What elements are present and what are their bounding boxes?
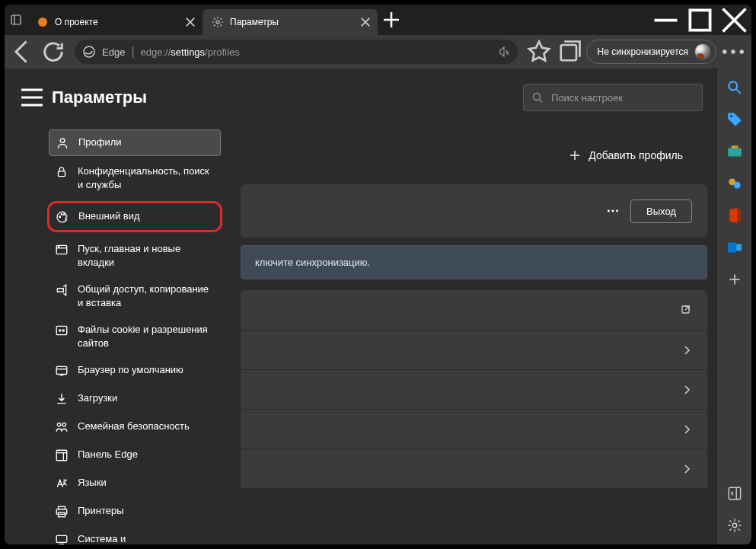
nav-item-system[interactable]: Система и производительность xyxy=(47,525,222,544)
address-label: Edge xyxy=(102,46,125,58)
search-box[interactable] xyxy=(523,84,703,111)
add-profile-button[interactable]: Добавить профиль xyxy=(241,126,707,184)
nav-item-family[interactable]: Семейная безопасность xyxy=(47,413,222,441)
nav-label: Профили xyxy=(78,136,214,149)
svg-point-51 xyxy=(612,210,614,212)
minimize-button[interactable] xyxy=(649,5,683,35)
default-browser-icon xyxy=(55,364,69,378)
nav-label: Браузер по умолчанию xyxy=(78,363,215,377)
address-bar[interactable]: Edge | edge://settings/profiles xyxy=(75,40,518,64)
logout-button[interactable]: Выход xyxy=(630,199,692,223)
start-icon xyxy=(55,243,69,257)
sync-banner: ключите синхронизацию. xyxy=(241,245,707,279)
settings-row[interactable] xyxy=(241,369,707,409)
svg-point-33 xyxy=(59,330,61,331)
appearance-icon xyxy=(56,210,69,224)
svg-rect-25 xyxy=(59,171,65,177)
settings-row[interactable] xyxy=(241,330,707,369)
nav-label: Общий доступ, копирование и вставка xyxy=(78,282,215,309)
nav-label: Принтеры xyxy=(78,504,215,518)
profile-sync-pill[interactable]: Не синхронизируется xyxy=(586,40,716,64)
tab-title: Параметры xyxy=(230,17,353,27)
languages-icon xyxy=(55,477,69,490)
nav-item-edge-bar[interactable]: Панель Edge xyxy=(47,441,222,469)
close-icon[interactable] xyxy=(184,16,196,28)
svg-point-38 xyxy=(57,423,61,427)
svg-rect-61 xyxy=(737,209,740,221)
nav-item-download[interactable]: Загрузки xyxy=(47,385,222,413)
svg-point-27 xyxy=(61,214,62,215)
svg-rect-11 xyxy=(690,10,710,30)
svg-rect-46 xyxy=(56,536,67,543)
nav-item-profile[interactable]: Профили xyxy=(49,129,221,156)
close-icon[interactable] xyxy=(359,16,372,28)
svg-point-16 xyxy=(723,49,726,53)
nav-item-default-browser[interactable]: Браузер по умолчанию xyxy=(47,356,222,385)
menu-icon[interactable] xyxy=(18,84,46,111)
collections-button[interactable] xyxy=(556,38,583,65)
more-button[interactable] xyxy=(719,38,747,65)
svg-point-26 xyxy=(59,216,61,218)
settings-icon[interactable] xyxy=(726,517,743,534)
avatar-icon xyxy=(694,43,711,60)
settings-content: Добавить профиль Выход ключите синхрониз… xyxy=(241,126,707,544)
page-title: Параметры xyxy=(52,88,147,107)
add-icon[interactable] xyxy=(726,271,743,288)
settings-row[interactable] xyxy=(241,409,707,448)
games-icon[interactable] xyxy=(726,175,743,192)
shopping-tag-icon[interactable] xyxy=(726,111,743,128)
nav-item-lock[interactable]: Конфиденциальность, поиск и службы xyxy=(47,158,222,198)
gear-icon xyxy=(212,16,224,28)
collapse-icon[interactable] xyxy=(726,485,743,502)
nav-item-languages[interactable]: Языки xyxy=(47,469,222,497)
tools-icon[interactable] xyxy=(726,143,743,160)
nav-label: Файлы cookie и разрешения сайтов xyxy=(78,323,215,350)
profile-icon xyxy=(56,136,69,150)
nav-item-appearance[interactable]: Внешний вид xyxy=(47,201,222,232)
orange-circle-icon xyxy=(37,16,49,28)
chevron-right-icon xyxy=(681,464,692,474)
svg-point-2 xyxy=(38,18,47,27)
favorites-button[interactable] xyxy=(525,38,553,65)
settings-row[interactable] xyxy=(241,290,707,330)
nav-label: Загрузки xyxy=(78,391,215,405)
settings-row[interactable] xyxy=(241,448,707,488)
office-icon[interactable] xyxy=(726,207,743,224)
nav-item-share[interactable]: Общий доступ, копирование и вставка xyxy=(47,276,222,316)
svg-point-17 xyxy=(731,49,735,53)
svg-rect-32 xyxy=(56,327,67,335)
tab-title: О проекте xyxy=(55,17,178,27)
address-url: edge://settings/profiles xyxy=(141,46,240,58)
maximize-button[interactable] xyxy=(683,5,717,35)
search-input[interactable] xyxy=(551,92,694,104)
refresh-button[interactable] xyxy=(40,38,67,65)
svg-point-52 xyxy=(616,210,618,212)
search-icon xyxy=(531,91,544,104)
tab-settings[interactable]: Параметры xyxy=(203,9,378,35)
search-icon[interactable] xyxy=(726,79,743,96)
nav-item-start[interactable]: Пуск, главная и новые вкладки xyxy=(47,235,222,276)
chevron-right-icon xyxy=(681,385,692,395)
nav-item-printer[interactable]: Принтеры xyxy=(47,497,222,525)
outlook-icon[interactable] xyxy=(726,239,743,256)
chevron-right-icon xyxy=(681,424,692,435)
read-aloud-icon[interactable] xyxy=(498,46,510,58)
titlebar: О проекте Параметры xyxy=(5,5,751,35)
svg-point-54 xyxy=(729,81,737,90)
new-tab-button[interactable] xyxy=(381,9,402,30)
svg-line-55 xyxy=(736,89,741,94)
nav-label: Языки xyxy=(78,476,215,490)
toolbar: Edge | edge://settings/profiles Не синхр… xyxy=(5,35,751,69)
more-icon[interactable] xyxy=(606,204,620,218)
profile-card: Выход xyxy=(241,184,707,238)
back-button[interactable] xyxy=(9,38,37,65)
download-icon xyxy=(55,392,69,406)
nav-label: Внешний вид xyxy=(78,209,214,223)
tab-about[interactable]: О проекте xyxy=(27,9,203,35)
svg-rect-35 xyxy=(56,367,67,375)
nav-item-cookie[interactable]: Файлы cookie и разрешения сайтов xyxy=(47,316,222,356)
svg-rect-40 xyxy=(56,451,67,461)
svg-point-14 xyxy=(84,46,94,57)
tab-actions-icon[interactable] xyxy=(5,14,27,26)
close-window-button[interactable] xyxy=(717,5,751,35)
